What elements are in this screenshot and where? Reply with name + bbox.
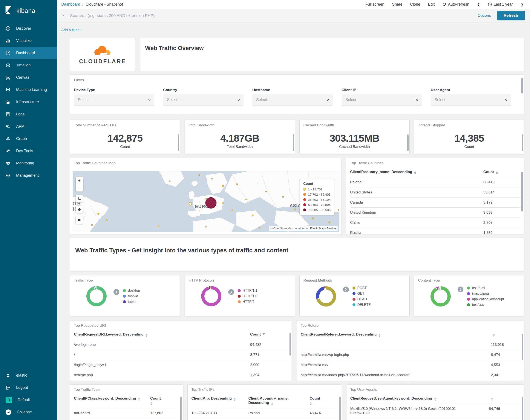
refresh-button[interactable]: Refresh [497, 11, 525, 20]
column-header-count[interactable]: Count [310, 394, 339, 408]
legend-item[interactable]: HTTP/1.0 [238, 294, 257, 298]
top-traffic-countries-panel: Top Traffic Countries ClientIP.country_n… [346, 158, 524, 235]
panel-scrollbar[interactable] [521, 78, 523, 93]
sidebar-user-elastic[interactable]: elastic [0, 369, 57, 382]
sidebar-item-management[interactable]: Management [0, 169, 57, 182]
legend-item[interactable]: HEAD [353, 297, 371, 301]
share-button[interactable]: Share [392, 2, 402, 7]
filter-select[interactable]: Select... ∨ [252, 94, 333, 105]
legend-swatch [467, 286, 470, 289]
breadcrumb-dashboard-link[interactable]: Dashboard [61, 2, 80, 7]
panel-scrollbar[interactable] [293, 134, 294, 151]
legend-item[interactable]: HTTP/2 [238, 300, 257, 304]
select-placeholder: Select... [345, 98, 359, 102]
http-protocols-donut-chart[interactable] [201, 286, 221, 306]
auto-refresh-button[interactable]: Auto-refresh [442, 2, 469, 7]
sidebar-space-default[interactable]: D Default [0, 394, 57, 406]
clone-button[interactable]: Clone [410, 2, 420, 7]
draw-polygon-button[interactable] [76, 206, 83, 213]
legend-item[interactable]: text/css [467, 303, 504, 307]
search-input[interactable] [70, 13, 478, 18]
legend-toggle-button[interactable]: ❯ [343, 286, 349, 292]
legend-item[interactable]: tablet [123, 300, 140, 304]
legend-item[interactable]: POST [353, 286, 371, 290]
world-map[interactable]: NORTH AMERICA EUROPE ASIA [73, 171, 339, 232]
sidebar-item-graph[interactable]: Graph [0, 133, 57, 145]
zoom-in-button[interactable]: + [76, 177, 83, 184]
filter-select[interactable]: Select... ∨ [341, 94, 422, 105]
legend-item[interactable]: desktop [123, 289, 140, 293]
sidebar-collapse-button[interactable]: ◀ Collapse [0, 406, 57, 418]
time-range-picker[interactable]: Last 1 year [488, 2, 513, 7]
sidebar-item-apm[interactable]: APM [0, 120, 57, 133]
country-cell: China [350, 218, 483, 228]
legend-item[interactable]: application/javascript [467, 297, 504, 301]
sidebar-item-label: APM [16, 124, 25, 129]
zoom-out-button[interactable]: − [76, 184, 83, 192]
panel-scrollbar[interactable] [180, 397, 182, 420]
column-header-count[interactable]: Count [483, 167, 521, 177]
traffic-type-donut-chart[interactable] [86, 286, 107, 306]
sidebar-item-label: Monitoring [16, 161, 34, 165]
sidebar-item-dev-tools[interactable]: Dev Tools [0, 145, 57, 157]
sidebar-item-logout[interactable]: Logout [0, 382, 57, 394]
request-methods-donut-chart[interactable] [316, 286, 336, 306]
column-header-count[interactable] [489, 394, 521, 404]
column-header-uri[interactable]: ClientRequestURI.keyword: Descending [74, 330, 250, 340]
filter-select[interactable]: Select... ∨ [163, 94, 244, 105]
panel-scrollbar[interactable] [521, 172, 523, 211]
count-cell: 2,805 [483, 218, 521, 228]
sidebar-item-dashboard[interactable]: Dashboard [0, 47, 57, 59]
chevron-down-icon: ∨ [415, 98, 419, 102]
column-header-ip[interactable]: ClientIP.ip: Descending [191, 394, 249, 408]
sidebar-item-machine-learning[interactable]: Machine Learning [0, 84, 57, 96]
content-type-donut-chart[interactable] [430, 286, 451, 306]
column-header-count[interactable] [491, 330, 521, 340]
sidebar-item-canvas[interactable]: Canvas [0, 71, 57, 84]
draw-bounds-button[interactable] [76, 195, 83, 202]
legend-item[interactable]: mobile [123, 294, 140, 298]
sidebar-item-visualize[interactable]: Visualize [0, 35, 57, 47]
legend-toggle-button[interactable]: ❯ [457, 286, 463, 292]
panel-scrollbar[interactable] [290, 333, 291, 356]
column-header-referer[interactable]: ClientRequestReferer.keyword: Descending [301, 330, 491, 340]
add-filter-link[interactable]: Add a filter + [61, 28, 82, 32]
column-header-count[interactable]: Count [250, 330, 289, 340]
uri-cell: /wp-login.php [74, 340, 250, 350]
logout-icon [6, 385, 11, 390]
metric-title: Threats Stopped [418, 123, 520, 127]
time-back-button[interactable]: ❮ [477, 2, 480, 7]
panel-scrollbar[interactable] [522, 134, 523, 151]
sidebar-item-logs[interactable]: Logs [0, 108, 57, 120]
legend-item[interactable]: HTTP/1.1 [238, 289, 257, 293]
sidebar-item-discover[interactable]: Discover [0, 22, 57, 35]
panel-scrollbar[interactable] [407, 134, 409, 151]
legend-item[interactable]: text/html [467, 286, 504, 290]
sidebar-item-timelion[interactable]: Timelion [0, 59, 57, 71]
panel-scrollbar[interactable] [522, 397, 523, 420]
panel-scrollbar[interactable] [522, 334, 523, 360]
filter-select[interactable]: Select... ∨ [74, 94, 155, 105]
panel-scrollbar[interactable] [178, 134, 179, 151]
sidebar-item-infrastructure[interactable]: Infrastructure [0, 96, 57, 108]
sort-icon [379, 334, 381, 337]
legend-toggle-button[interactable]: ❯ [228, 289, 234, 295]
legend-item[interactable]: GET [353, 292, 371, 296]
column-header-country[interactable]: ClientIP.country_name: Descending [249, 394, 310, 408]
column-header-ipclass[interactable]: ClientIPClass.keyword: Descending [74, 394, 150, 408]
full-screen-button[interactable]: Full screen [365, 2, 384, 7]
panel-scrollbar[interactable] [339, 397, 341, 420]
legend-item[interactable]: image/jpeg [467, 292, 504, 296]
time-forward-button[interactable]: ❯ [521, 2, 524, 7]
legend-item[interactable]: DELETE [353, 303, 371, 307]
options-link[interactable]: Options [478, 13, 491, 18]
legend-toggle-button[interactable]: ❯ [114, 289, 119, 295]
column-header-user-agent[interactable]: ClientRequestUserAgent.keyword: Descendi… [350, 394, 489, 404]
edit-button[interactable]: Edit [428, 2, 435, 7]
column-header-count[interactable]: Count [150, 394, 179, 408]
filter-select[interactable]: Select... ∨ [431, 94, 511, 105]
draw-rectangle-button[interactable] [76, 216, 83, 224]
kibana-brand[interactable]: kibana [0, 0, 57, 22]
column-header-country[interactable]: ClientIP.country_name: Descending [350, 167, 483, 177]
sidebar-item-monitoring[interactable]: Monitoring [0, 157, 57, 169]
